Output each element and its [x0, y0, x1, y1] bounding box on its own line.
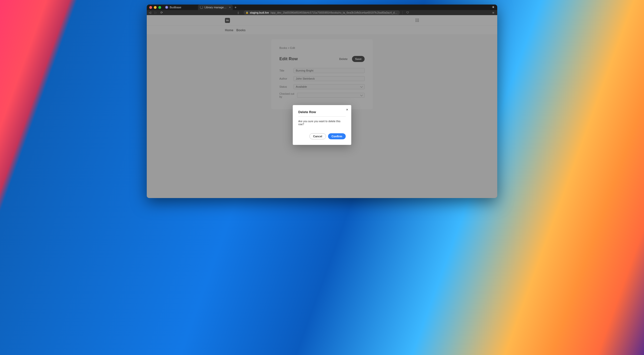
new-tab-button[interactable]: + — [233, 5, 238, 10]
delete-row-modal: × Delete Row Are you sure you want to de… — [293, 105, 351, 145]
lock-icon: 🔒 — [246, 11, 248, 14]
browser-titlebar: b Budibase Library management app × + — [147, 5, 497, 10]
tab-strip: b Budibase Library management app × + — [163, 5, 495, 10]
nav-reload-icon[interactable]: ⟳ — [160, 11, 163, 14]
extension-icon[interactable] — [492, 6, 495, 9]
svg-point-0 — [493, 6, 494, 8]
nav-back-icon[interactable]: ◁ — [149, 11, 151, 14]
url-path: /app_dev_1fa65096b850455bb4c5715a7565595… — [270, 11, 398, 14]
nav-forward-icon: ▷ — [155, 11, 157, 14]
navbar-divider — [402, 11, 403, 14]
modal-divider — [298, 116, 346, 117]
favicon-bb-icon: b — [165, 6, 168, 9]
tab-label: Budibase — [170, 6, 196, 9]
url-bar[interactable]: 🔒 staging.budi.live/app_dev_1fa65096b850… — [244, 10, 400, 15]
desktop-background: b Budibase Library management app × + ◁ — [0, 0, 644, 355]
nav-buttons: ◁ ▷ ⟳ — [149, 11, 163, 14]
tab-library-app[interactable]: Library management app × — [198, 5, 233, 10]
confirm-button[interactable]: Confirm — [328, 133, 346, 139]
modal-body: Are you sure you want to delete this row… — [298, 120, 346, 126]
tab-close-icon[interactable]: × — [229, 6, 231, 9]
hamburger-menu-icon[interactable]: ≡ — [492, 11, 494, 15]
window-close-button[interactable] — [149, 6, 152, 9]
loading-spinner-icon — [200, 6, 203, 9]
bookmark-icon[interactable]: ▯ — [238, 11, 239, 14]
window-controls — [149, 6, 161, 9]
cancel-button[interactable]: Cancel — [309, 133, 326, 139]
titlebar-right — [492, 6, 495, 9]
url-host: staging.budi.live — [250, 11, 269, 14]
page-viewport: bb Home Books Books > Edit — [147, 15, 497, 198]
browser-navbar: ◁ ▷ ⟳ ▯ 🔒 staging.budi.live/app_dev_1fa6… — [147, 10, 497, 15]
tab-label: Library management app — [204, 6, 228, 9]
modal-title: Delete Row — [298, 110, 346, 114]
nav-spacer: ▯ — [165, 11, 241, 14]
browser-window: b Budibase Library management app × + ◁ — [147, 5, 497, 198]
modal-close-icon[interactable]: × — [346, 108, 348, 111]
window-maximize-button[interactable] — [158, 6, 161, 9]
shield-icon[interactable]: 🛡 — [406, 11, 409, 14]
navbar-far-right: ≡ — [491, 11, 495, 15]
window-minimize-button[interactable] — [154, 6, 157, 9]
navbar-right: 🛡 — [405, 11, 410, 14]
modal-actions: Cancel Confirm — [298, 133, 346, 139]
tab-budibase[interactable]: b Budibase — [163, 5, 198, 10]
